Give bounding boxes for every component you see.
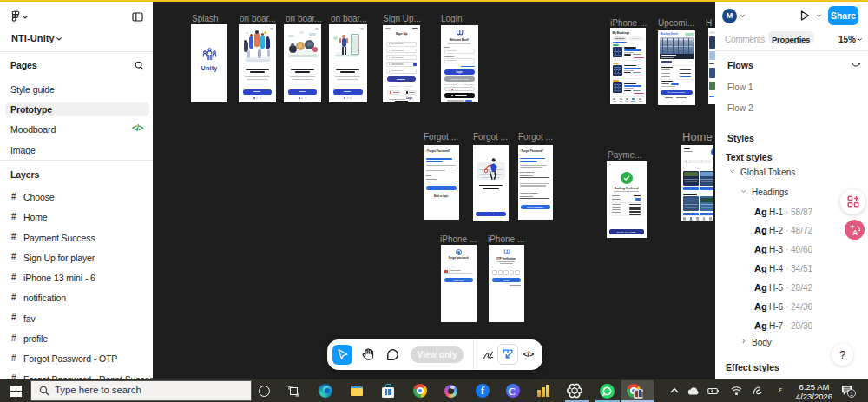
svg-text:A: A: [852, 228, 858, 237]
